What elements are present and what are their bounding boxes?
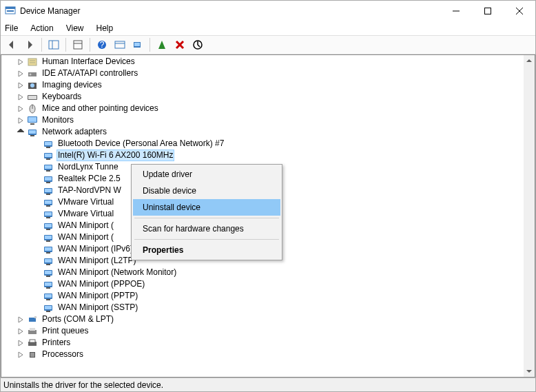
category-icon [27, 80, 38, 91]
svg-rect-4 [485, 8, 491, 14]
network-adapter-icon [43, 197, 54, 208]
chevron-right-icon[interactable] [17, 105, 25, 113]
category-icon [27, 92, 38, 103]
menu-action[interactable]: Action [30, 23, 53, 33]
network-adapter-icon [43, 244, 54, 255]
device-label: WAN Miniport (PPTP) [56, 290, 139, 302]
device-label: WAN Miniport (SSTP) [56, 302, 139, 313]
chevron-right-icon[interactable] [17, 327, 25, 336]
context-menu-item[interactable]: Update driver [133, 166, 280, 183]
context-menu-separator [134, 239, 279, 240]
device-label: WAN Miniport (IPv6) [56, 243, 134, 255]
category-icon [27, 338, 38, 349]
toolbar-separator [65, 38, 66, 52]
properties-button[interactable] [70, 37, 86, 53]
network-adapter-icon [43, 185, 54, 196]
category-label: Human Interface Devices [41, 56, 136, 68]
context-menu-item[interactable]: Properties [133, 242, 280, 258]
category-icon [27, 349, 38, 360]
close-button[interactable] [504, 1, 535, 21]
device-label: WAN Miniport ( [56, 231, 115, 243]
device-tree-panel: Human Interface Devices IDE ATA/ATAPI co… [1, 54, 535, 378]
context-menu-item[interactable]: Scan for hardware changes [133, 220, 280, 237]
context-menu-separator [134, 218, 279, 218]
device-label: VMware Virtual [56, 208, 115, 220]
device-label: VMware Virtual [56, 196, 115, 208]
menu-help[interactable]: Help [96, 23, 114, 33]
device-label: WAN Miniport (L2TP) [56, 255, 138, 267]
uninstall-button[interactable] [172, 37, 188, 53]
category-label: Keyboards [41, 91, 83, 103]
tree-category[interactable]: Keyboards [1, 91, 524, 103]
category-icon [27, 115, 38, 126]
device-label: WAN Miniport (Network Monitor) [56, 267, 178, 278]
network-adapter-icon [43, 267, 54, 278]
tree-category[interactable]: Network adapters [1, 126, 524, 138]
network-adapter-icon [43, 291, 54, 302]
maximize-button[interactable] [472, 1, 504, 21]
category-label: IDE ATA/ATAPI controllers [41, 68, 139, 79]
category-label: Network adapters [41, 126, 108, 138]
svg-rect-7 [49, 41, 59, 49]
forward-button[interactable] [21, 37, 38, 53]
device-label: Bluetooth Device (Personal Area Network)… [56, 138, 225, 149]
category-label: Print queues [41, 325, 90, 337]
scan-hardware-button[interactable] [130, 37, 146, 53]
device-label: TAP-NordVPN W [56, 185, 123, 196]
tree-device[interactable]: WAN Miniport (PPPOE) [1, 278, 524, 290]
update-driver-button[interactable] [189, 37, 206, 53]
context-menu-item[interactable]: Uninstall device [133, 199, 280, 216]
chevron-right-icon[interactable] [17, 58, 25, 66]
chevron-right-icon[interactable] [17, 70, 25, 78]
chevron-right-icon[interactable] [17, 81, 25, 90]
network-adapter-icon [43, 138, 54, 149]
chevron-right-icon[interactable] [17, 339, 25, 347]
tree-category[interactable]: Print queues [1, 325, 524, 337]
enable-button[interactable] [154, 37, 170, 53]
toolbar-separator [90, 38, 90, 52]
tree-category[interactable]: Printers [1, 337, 524, 349]
back-button[interactable] [3, 37, 20, 53]
menu-view[interactable]: View [66, 23, 84, 33]
category-icon [27, 56, 38, 68]
tree-category[interactable]: Mice and other pointing devices [1, 103, 524, 114]
category-icon [27, 103, 38, 114]
tree-device[interactable]: WAN Miniport (SSTP) [1, 302, 524, 313]
chevron-right-icon[interactable] [17, 316, 25, 324]
tree-device[interactable]: Bluetooth Device (Personal Area Network)… [1, 138, 524, 149]
chevron-right-icon[interactable] [17, 93, 25, 101]
device-label: NordLynx Tunne [56, 161, 120, 173]
toolbar-separator [150, 38, 150, 52]
tree-category[interactable]: Imaging devices [1, 79, 524, 91]
tree-category[interactable]: Monitors [1, 114, 524, 126]
category-icon [27, 127, 38, 138]
view-button[interactable] [112, 37, 128, 53]
help-button[interactable]: ? [94, 37, 110, 53]
minimize-button[interactable] [440, 1, 472, 21]
svg-rect-13 [115, 41, 125, 48]
toolbar: ? [1, 35, 535, 54]
tree-device[interactable]: Intel(R) Wi-Fi 6 AX200 160MHz [1, 149, 524, 161]
network-adapter-icon [43, 232, 54, 243]
show-hide-tree-button[interactable] [45, 37, 62, 53]
scroll-up-button[interactable] [524, 55, 535, 66]
category-label: Processors [41, 349, 85, 360]
svg-rect-9 [74, 41, 82, 49]
category-icon [27, 68, 38, 79]
tree-device[interactable]: WAN Miniport (PPTP) [1, 290, 524, 302]
chevron-down-icon[interactable] [17, 128, 25, 136]
tree-category[interactable]: IDE ATA/ATAPI controllers [1, 68, 524, 79]
context-menu-item[interactable]: Disable device [133, 183, 280, 199]
tree-device[interactable]: WAN Miniport (Network Monitor) [1, 267, 524, 278]
chevron-right-icon[interactable] [17, 116, 25, 125]
tree-category[interactable]: Processors [1, 349, 524, 360]
category-label: Printers [41, 337, 72, 349]
menu-file[interactable]: File [5, 23, 18, 33]
network-adapter-icon [43, 150, 54, 161]
scroll-down-button[interactable] [524, 366, 535, 377]
category-label: Ports (COM & LPT) [41, 313, 115, 325]
chevron-right-icon[interactable] [17, 351, 25, 359]
tree-category[interactable]: Ports (COM & LPT) [1, 313, 524, 325]
vertical-scrollbar[interactable] [524, 55, 535, 377]
tree-category[interactable]: Human Interface Devices [1, 56, 524, 68]
